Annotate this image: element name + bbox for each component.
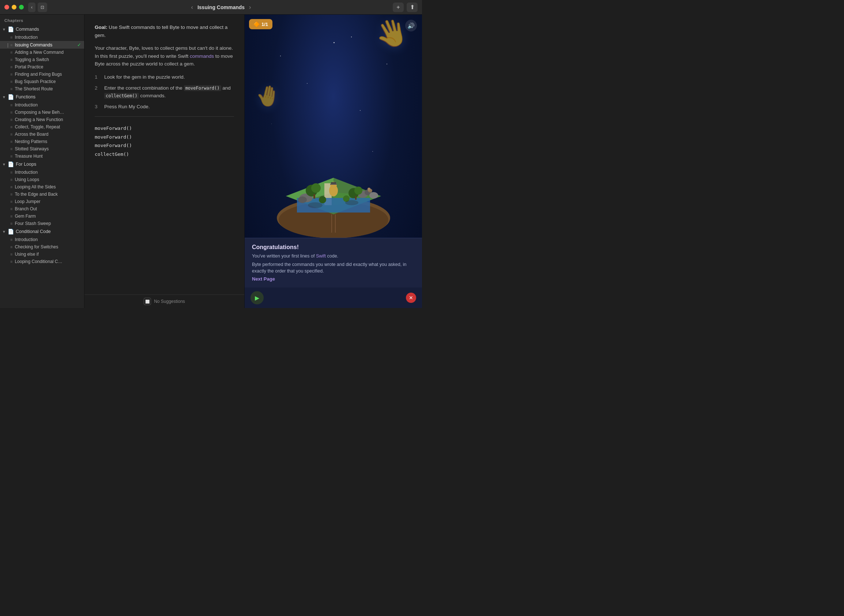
chapter-title: Issuing Commands	[198, 4, 245, 10]
sidebar-item-portal-practice[interactable]: ≡ Portal Practice	[0, 63, 84, 70]
functions-section-label: Functions	[16, 94, 35, 100]
sidebar-item-nesting-patterns[interactable]: ≡ Nesting Patterns	[0, 138, 84, 145]
item-label: Across the Board	[15, 132, 48, 137]
item-label: Adding a New Command	[15, 50, 63, 55]
list-icon: ≡	[10, 35, 12, 40]
list-icon: ≡	[10, 147, 12, 151]
sidebar-item-bug-squash[interactable]: ≡ Bug Squash Practice	[0, 78, 84, 85]
swift-commands-link[interactable]: commands	[190, 53, 214, 59]
code-line-2: moveForward()	[95, 133, 234, 141]
main-container: Chapters ▼ 📄 Commands ≡ Introduction ≡ I…	[0, 15, 422, 308]
sidebar-item-commands-intro[interactable]: ≡ Introduction	[0, 34, 84, 41]
sidebar-item-conditional-intro[interactable]: ≡ Introduction	[0, 236, 84, 243]
section-conditional-code[interactable]: ▼ 📄 Conditional Code	[0, 227, 84, 236]
item-label: Bug Squash Practice	[15, 79, 56, 84]
sidebar-item-creating-new-function[interactable]: ≡ Creating a New Function	[0, 116, 84, 123]
goal-text: Goal: Use Swift commands to tell Byte to…	[95, 23, 234, 39]
star-3	[334, 42, 335, 43]
traffic-lights	[4, 5, 24, 10]
sidebar-item-adding-command[interactable]: ≡ Adding a New Command	[0, 48, 84, 56]
list-icon: ≡	[10, 132, 12, 136]
item-label: Treasure Hunt	[15, 154, 42, 159]
sidebar-item-branch-out[interactable]: ≡ Branch Out	[0, 205, 84, 213]
sidebar-item-toggling-switch[interactable]: ≡ Toggling a Switch	[0, 56, 84, 63]
sidebar-item-across-board[interactable]: ≡ Across the Board	[0, 131, 84, 138]
content-footer: ⬜ No Suggestions	[85, 295, 244, 308]
suggestions-label: No Suggestions	[154, 299, 185, 304]
sidebar-item-checking-switches[interactable]: ≡ Checking for Switches	[0, 243, 84, 251]
chapters-label: Chapters	[0, 15, 84, 25]
sidebar-item-treasure-hunt[interactable]: ≡ Treasure Hunt	[0, 153, 84, 160]
sidebar-item-to-edge-back[interactable]: ≡ To the Edge and Back	[0, 191, 84, 198]
hand-left: 🤚	[254, 82, 283, 110]
item-label: Toggling a Switch	[15, 57, 48, 62]
congrats-text-2: Byte performed the commands you wrote an…	[252, 261, 415, 275]
list-icon: ≡	[10, 252, 12, 257]
svg-rect-21	[355, 196, 356, 200]
sidebar-item-composing-new-beh[interactable]: ≡ Composing a New Beh…	[0, 109, 84, 116]
svg-point-29	[345, 200, 358, 205]
item-label: Introduction	[15, 35, 38, 40]
sidebar-item-loop-jumper[interactable]: ≡ Loop Jumper	[0, 198, 84, 205]
item-label: Collect, Toggle, Repeat	[15, 125, 60, 129]
step-1-num: 1	[95, 73, 100, 81]
sidebar-item-four-stash-sweep[interactable]: ≡ Four Stash Sweep	[0, 220, 84, 227]
play-button[interactable]: ▶	[251, 291, 264, 304]
sidebar-item-gem-farm[interactable]: ≡ Gem Farm	[0, 213, 84, 220]
section-commands[interactable]: ▼ 📄 Commands	[0, 25, 84, 34]
titlebar-center: ‹ Issuing Commands ›	[49, 4, 393, 10]
list-icon: ≡	[10, 170, 12, 175]
item-label: Using else if	[15, 252, 38, 257]
svg-rect-10	[330, 183, 337, 185]
list-icon: ≡	[10, 65, 12, 69]
svg-point-22	[319, 196, 326, 203]
functions-chevron: ▼	[2, 95, 6, 99]
section-functions[interactable]: ▼ 📄 Functions	[0, 92, 84, 101]
sidebar-item-functions-intro[interactable]: ≡ Introduction	[0, 101, 84, 109]
item-label: Looping Conditional C…	[15, 259, 62, 264]
code-block[interactable]: moveForward() moveForward() moveForward(…	[95, 123, 234, 160]
sidebar-item-shortest-route[interactable]: ≡ The Shortest Route	[0, 85, 84, 92]
code-line-3: moveForward()	[95, 141, 234, 150]
list-icon: ≡	[10, 125, 12, 129]
close-traffic-light[interactable]	[4, 5, 9, 10]
step-2: 2 Enter the correct combination of the m…	[95, 84, 234, 100]
sidebar-item-forloops-intro[interactable]: ≡ Introduction	[0, 169, 84, 176]
sidebar: Chapters ▼ 📄 Commands ≡ Introduction ≡ I…	[0, 15, 84, 308]
sidebar-item-slotted-stairways[interactable]: ≡ Slotted Stairways	[0, 145, 84, 153]
fullscreen-traffic-light[interactable]	[19, 5, 24, 10]
for-loops-icon: 📄	[8, 161, 14, 167]
add-button[interactable]: +	[393, 3, 404, 12]
share-button[interactable]: ⬆	[407, 3, 418, 12]
section-for-loops[interactable]: ▼ 📄 For Loops	[0, 160, 84, 169]
commands-section-label: Commands	[16, 27, 39, 32]
sidebar-item-collect-toggle-repeat[interactable]: ≡ Collect, Toggle, Repeat	[0, 123, 84, 131]
sidebar-item-using-loops[interactable]: ≡ Using Loops	[0, 176, 84, 183]
suggestions-button[interactable]: ⬜ No Suggestions	[144, 298, 185, 305]
step-1-text: Look for the gem in the puzzle world.	[104, 73, 185, 81]
list-icon: ≡	[10, 238, 12, 242]
list-icon: ≡	[10, 245, 12, 249]
volume-button[interactable]: 🔊	[405, 20, 417, 31]
back-button[interactable]: ‹	[28, 3, 35, 12]
sidebar-item-looping-all-sides[interactable]: ≡ Looping All the Sides	[0, 183, 84, 191]
conditional-icon: 📄	[8, 229, 14, 235]
sidebar-item-issuing-commands[interactable]: ≡ Issuing Commands ✓	[0, 41, 84, 48]
item-label: Four Stash Sweep	[15, 221, 51, 226]
list-icon: ≡	[10, 139, 12, 144]
svg-point-12	[298, 197, 307, 203]
goal-label: Goal:	[95, 25, 107, 30]
minimize-traffic-light[interactable]	[12, 5, 16, 10]
list-icon: ≡	[10, 260, 12, 264]
prev-chapter-button[interactable]: ‹	[191, 4, 193, 10]
next-chapter-button[interactable]: ›	[249, 4, 251, 10]
sidebar-item-finding-fixing-bugs[interactable]: ≡ Finding and Fixing Bugs	[0, 70, 84, 78]
item-label: Checking for Switches	[15, 244, 58, 249]
close-button[interactable]: ✕	[406, 293, 416, 303]
next-page-button[interactable]: Next Page	[252, 276, 275, 282]
layout-button[interactable]: ⊡	[38, 3, 47, 12]
sidebar-item-looping-conditional[interactable]: ≡ Looping Conditional C…	[0, 258, 84, 265]
code-moveforward: moveForward()	[184, 85, 221, 91]
congrats-title: Congratulations!	[252, 244, 415, 251]
sidebar-item-using-else-if[interactable]: ≡ Using else if	[0, 251, 84, 258]
